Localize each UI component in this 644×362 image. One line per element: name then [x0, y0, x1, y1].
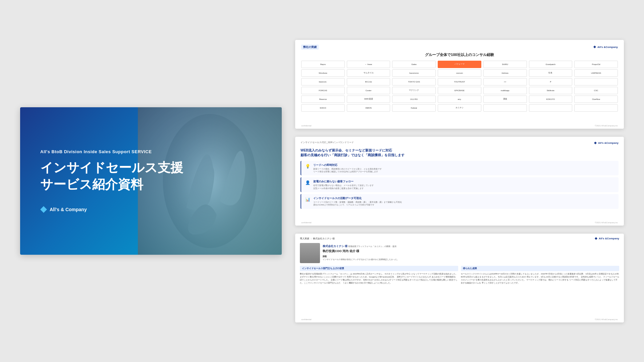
- slide1-logo: All's &Company: [593, 46, 618, 49]
- logo-item: ULU·RU: [392, 96, 436, 103]
- slide2-tag: インサイドセールス代行_SDRインバウンドリード: [301, 141, 354, 144]
- logo-item: パフォーマ: [438, 61, 481, 68]
- logo-item: Kakeai: [392, 104, 436, 112]
- feature-title-3: インサイドセールスの活動データ可視化: [313, 196, 615, 200]
- main-slide-title: インサイドセールス支援サービス紹介資料: [40, 160, 262, 193]
- challenge-label: 課題: [323, 255, 399, 258]
- feature-desc-2: 在宅で架電が繋がらない場合は、メールを送付して追従しています定型メール作成や現状…: [313, 184, 615, 190]
- lead-response-icon: 💡: [305, 163, 311, 169]
- case-title-bar: 株式会社カミナシ 様 現場改善プラットフォーム「カミナシ」の開発・提供 執行役員…: [300, 243, 619, 263]
- logo-item: Overflow: [574, 96, 618, 103]
- logo-item: 酒造: [483, 96, 527, 103]
- feature-title-1: リードへの即時対応: [313, 163, 615, 167]
- logo-item: Reserve: [301, 96, 345, 103]
- logo-item: [574, 104, 618, 112]
- logo-item: LINPRESS: [574, 69, 618, 77]
- data-viz-icon: 📊: [305, 196, 311, 202]
- mini-diamond-icon: [593, 46, 596, 48]
- logo-item: basecon.: [301, 78, 345, 85]
- logo-item: 社名: [529, 69, 573, 77]
- logo-item: M.G.Ee: [347, 78, 390, 85]
- logo-item: TOKYO GAS: [392, 78, 436, 85]
- case-results-section: 得られた成果 セールスリックスサイトさんには2020年9〜10月の3ヶ月間の 支…: [461, 266, 619, 285]
- logo-item: [574, 78, 618, 85]
- case-body: インサイドセールス部門立ち上げの背景 弊社が提供する現場改善プラットフォーム「カ…: [300, 266, 619, 285]
- slides-column: 弊社の実績 All's &Company グループ全体で100社以上のコンサル経…: [295, 40, 624, 322]
- slide2-footer: confidential ©2021 All's&Company.inc: [301, 222, 618, 224]
- case-photo: [300, 243, 320, 263]
- logo-item: YOUTRUST: [438, 78, 481, 85]
- mini-diamond-icon-2: [594, 142, 597, 144]
- logo-item: Repro: [301, 61, 345, 68]
- slide1-title: グループ全体で100社以上のコンサル経験: [301, 52, 618, 57]
- logo-diamond-icon: [40, 206, 47, 213]
- slide3-logo: All's &Company: [595, 237, 619, 240]
- logo-item: EPICBASE: [438, 87, 481, 94]
- case-company: 株式会社カミナシ 様 現場改善プラットフォーム「カミナシ」の開発・提供: [323, 244, 399, 249]
- logo-item: DMON: [347, 104, 390, 112]
- logo-item: KOKUYO: [529, 96, 573, 103]
- logo-item: サムネイル: [347, 69, 390, 77]
- slide-thumb-2: インサイドセールス代行_SDRインバウンドリード All's &Company …: [295, 137, 624, 226]
- logo-item: >>: [483, 78, 527, 85]
- logo-item: マクリンク: [392, 87, 436, 94]
- logo-item: Galex: [392, 61, 436, 68]
- logo-item: [483, 104, 527, 112]
- feature-item-2: 👤 架電のみに頼らない顧客フォロー 在宅で架電が繋がらない場合は、メールを送付し…: [301, 177, 619, 192]
- case-person-name: 執行役員COO 河内 佑介 様: [323, 249, 399, 253]
- main-slide-subtitle: All's BtoB Division Inside Sales Support…: [40, 149, 262, 154]
- slide2-logo: All's &Company: [594, 141, 619, 144]
- logo-item: Holmes: [483, 69, 527, 77]
- logo-item: coorum: [438, 69, 481, 77]
- feature-desc-3: コードソース別のリード数・架電数・接触数・商談数（案）・案件化数（案）まで俯瞰さ…: [313, 201, 615, 206]
- case-growth-title: インサイドセールス部門立ち上げの背景: [300, 266, 458, 271]
- logo-item: カミナシ: [438, 104, 481, 112]
- feature-desc-1: 新規リードの場合、商談獲得に向けスピードから取り、となる場合推進ですリード発生を…: [313, 168, 615, 173]
- slide2-title: WEB流入のみならず展示会、セミナーなど新規リードに対応顧客の見極めを行い「商談…: [301, 148, 619, 158]
- slide1-tag: 弊社の実績: [301, 45, 319, 50]
- logo-item: GMO賃貸: [347, 96, 390, 103]
- feature-title-2: 架電のみに頼らない顧客フォロー: [313, 180, 615, 183]
- logo-item: CSC: [574, 87, 618, 94]
- case-results-title: 得られた成果: [461, 266, 619, 271]
- feature-item-3: 📊 インサイドセールスの活動データ可視化 コードソース別のリード数・架電数・接触…: [301, 194, 619, 209]
- logo-item: any.: [438, 96, 481, 103]
- slide3-footer: confidential ©2021 All's&Company.inc: [301, 318, 618, 320]
- slide-thumb-3: 導入実績 ： 株式会社カミナシ 様 All's &Company 株式会社カミナ…: [295, 234, 624, 322]
- case-growth-section: インサイドセールス部門立ち上げの背景 弊社が提供する現場改善プラットフォーム「カ…: [300, 266, 458, 285]
- logo-item: multibapp: [483, 87, 527, 94]
- logo-item: Skillnote: [529, 87, 573, 94]
- challenge-text: インサイドセールス体制が自社にマッチするかどうか速やかに効果検証したかった。: [323, 258, 399, 261]
- page-container: All's BtoB Division Inside Sales Support…: [0, 0, 644, 362]
- logo-item: Shirofune: [301, 69, 345, 77]
- logo-item: P: [529, 78, 573, 85]
- logo-item: Coster: [347, 87, 390, 94]
- slide-thumb-1: 弊社の実績 All's &Company グループ全体で100社以上のコンサル経…: [295, 40, 624, 129]
- main-slide: All's BtoB Division Inside Sales Support…: [20, 107, 282, 255]
- logo-item: PropoCld: [574, 61, 618, 68]
- logo-item: hacomono: [392, 69, 436, 77]
- slide1-footer: confidential ©2021 All's&Company.inc: [301, 125, 618, 127]
- logo-item: ← freee: [347, 61, 390, 68]
- logo-grid: Repro ← freee Galex パフォーマ SAIRU Goodpatc…: [301, 61, 618, 112]
- mini-diamond-icon-3: [595, 237, 597, 240]
- logo-item: FORCAS: [301, 87, 345, 94]
- feature-list: 💡 リードへの即時対応 新規リードの場合、商談獲得に向けスピードから取り、となる…: [301, 161, 619, 209]
- logo-item: SOICO: [301, 104, 345, 112]
- logo-item: SAIRU: [483, 61, 527, 68]
- main-slide-logo: All's & Company: [40, 206, 262, 213]
- case-tag: 導入実績 ： 株式会社カミナシ 様: [300, 237, 335, 240]
- case-growth-text: 弊社が提供する現場改善プラットフォーム「カミナシ」は 2020年6月末に正式ロー…: [300, 273, 458, 285]
- case-results-text: セールスリックスサイトさんには2020年9〜10月の3ヶ月間の 支援してもらいま…: [461, 273, 619, 285]
- logo-item: Goodpatch: [529, 61, 573, 68]
- case-person-info: 株式会社カミナシ 様 現場改善プラットフォーム「カミナシ」の開発・提供 執行役員…: [323, 244, 399, 261]
- feature-item-1: 💡 リードへの即時対応 新規リードの場合、商談獲得に向けスピードから取り、となる…: [301, 161, 619, 176]
- follow-up-icon: 👤: [305, 180, 311, 186]
- person-silhouette: [300, 243, 320, 263]
- logo-item: [529, 104, 573, 112]
